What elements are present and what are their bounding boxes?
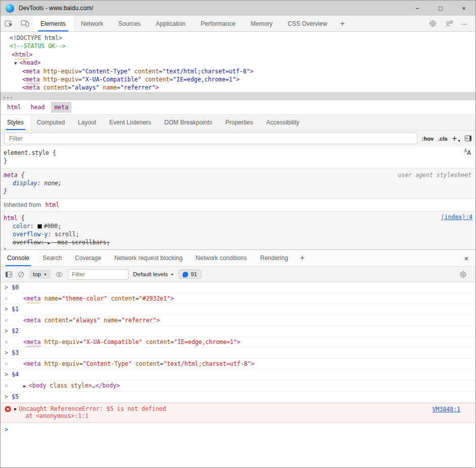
- error-source-link[interactable]: VM3848:1: [432, 406, 460, 413]
- error-message: Uncaught ReferenceError: $5 is not defin…: [19, 405, 166, 420]
- tab-network-request-blocking[interactable]: Network request blocking: [108, 250, 189, 266]
- tab-accessibility[interactable]: Accessibility: [259, 115, 306, 130]
- console-sidebar-icon[interactable]: [5, 271, 13, 278]
- meta-rule-display-property[interactable]: display: none;: [4, 179, 472, 187]
- window-controls: − □ ×: [406, 1, 475, 16]
- console-input-row[interactable]: >$2: [1, 326, 475, 337]
- window-title: DevTools - www.baidu.com/: [19, 5, 93, 12]
- meta-referrer-line[interactable]: <meta content="always" name="referrer">: [1, 83, 475, 92]
- tab-dom-breakpoints[interactable]: DOM Breakpoints: [158, 115, 219, 130]
- breadcrumb-html[interactable]: html: [4, 102, 24, 113]
- tab-sources[interactable]: Sources: [111, 16, 148, 31]
- font-size-icon[interactable]: AA: [464, 149, 471, 156]
- element-style-selector[interactable]: element.style {: [4, 149, 472, 157]
- console-toolbar: top▼ Default levels▼ 91: [1, 267, 475, 282]
- toggle-sidebar-panel-icon[interactable]: [464, 135, 472, 142]
- tab-console[interactable]: Console: [1, 250, 36, 266]
- tab-network[interactable]: Network: [73, 16, 111, 31]
- settings-gear-icon[interactable]: [424, 20, 441, 27]
- more-tabs-button[interactable]: +: [335, 16, 350, 31]
- console-output-row[interactable]: <<meta name="theme-color" content="#2932…: [1, 293, 475, 305]
- element-style-close: }: [4, 157, 472, 165]
- tab-elements[interactable]: Elements: [33, 16, 73, 31]
- console-prompt-row[interactable]: >: [1, 423, 475, 435]
- edge-logo-icon: [6, 4, 14, 13]
- html-rule-overflow-y-property[interactable]: overflow-y: scroll;: [4, 230, 472, 238]
- breadcrumb-head[interactable]: head: [28, 102, 48, 113]
- meta-x-ua-line[interactable]: <meta http-equiv="X-UA-Compatible" conte…: [1, 75, 475, 83]
- console-messages: >$0 <<meta name="theme-color" content="#…: [1, 282, 475, 467]
- tab-memory[interactable]: Memory: [243, 16, 280, 31]
- console-input-row[interactable]: >$4: [1, 369, 475, 380]
- styles-pane: AA element.style { } user agent styleshe…: [1, 146, 475, 249]
- close-button[interactable]: ×: [452, 1, 475, 16]
- tab-application[interactable]: Application: [148, 16, 193, 31]
- prompt-chevron: >: [5, 426, 8, 433]
- meta-theme-color-line-selected[interactable]: ... <meta name="theme-color" content="#2…: [1, 92, 475, 100]
- console-error-row[interactable]: ▶ Uncaught ReferenceError: $5 is not def…: [1, 403, 475, 423]
- more-options-icon[interactable]: ⋯: [457, 20, 472, 28]
- styles-filter-input[interactable]: [4, 133, 417, 144]
- meta-user-agent-rule[interactable]: user agent stylesheet meta { display: no…: [1, 168, 475, 199]
- tab-styles[interactable]: Styles: [1, 115, 30, 130]
- tab-coverage[interactable]: Coverage: [68, 250, 108, 266]
- console-input-row[interactable]: >$3: [1, 348, 475, 359]
- toolbar-right-icons: ⋯: [424, 16, 475, 31]
- feedback-people-icon[interactable]: [441, 20, 457, 27]
- inspect-element-icon[interactable]: [1, 16, 17, 31]
- stylesheet-origin-label: user agent stylesheet: [398, 172, 471, 179]
- tab-event-listeners[interactable]: Event Listeners: [103, 115, 158, 130]
- window-titlebar: DevTools - www.baidu.com/ − □ ×: [1, 1, 475, 16]
- close-drawer-icon[interactable]: ×: [457, 250, 475, 266]
- meta-rule-close: }: [4, 187, 472, 195]
- html-rule[interactable]: (index):4 html { color: #000; overflow-y…: [1, 211, 475, 249]
- toggle-pseudo-state-button[interactable]: :hov: [422, 136, 434, 142]
- device-toolbar-icon[interactable]: [17, 16, 33, 31]
- comment-line[interactable]: <!--STATUS OK-->: [1, 42, 475, 50]
- meta-content-type-line[interactable]: <meta http-equiv="Content-Type" content=…: [1, 67, 475, 75]
- stylesheet-source-link[interactable]: (index):4: [441, 214, 472, 221]
- console-output-row[interactable]: <<meta http-equiv="Content-Type" content…: [1, 359, 475, 370]
- inherited-from-target-link[interactable]: html: [45, 201, 59, 208]
- console-input-row[interactable]: >$1: [1, 304, 475, 315]
- row-overflow-dots[interactable]: ...: [3, 92, 13, 100]
- html-rule-close: }: [4, 247, 472, 249]
- tab-css-overview[interactable]: CSS Overview: [280, 16, 335, 31]
- doctype-line[interactable]: <!DOCTYPE html>: [1, 34, 475, 42]
- minimize-button[interactable]: −: [406, 1, 429, 16]
- tab-performance[interactable]: Performance: [193, 16, 243, 31]
- tab-network-conditions[interactable]: Network conditions: [189, 250, 253, 266]
- new-style-rule-button[interactable]: +: [452, 134, 460, 143]
- html-open-tag-line[interactable]: <html>: [1, 51, 475, 59]
- styles-filter-bar: :hov .cls +: [1, 130, 475, 146]
- log-levels-dropdown[interactable]: Default levels▼: [133, 271, 174, 277]
- maximize-button[interactable]: □: [429, 1, 452, 16]
- more-drawer-tabs-button[interactable]: +: [295, 250, 310, 266]
- head-open-tag-line[interactable]: ▼ <head>: [1, 59, 475, 67]
- html-rule-overflow-property-overridden[interactable]: overflow: ▶ -moz-scrollbars;: [4, 238, 472, 247]
- console-output-row[interactable]: <▶ <body class style>…</body>: [1, 380, 475, 392]
- tab-layout[interactable]: Layout: [71, 115, 103, 130]
- issues-count-badge[interactable]: 91: [179, 270, 201, 279]
- toggle-element-classes-button[interactable]: .cls: [438, 136, 447, 142]
- clear-console-icon[interactable]: [17, 271, 25, 278]
- console-output-row[interactable]: <<meta content="always" name="referrer">: [1, 315, 475, 326]
- console-output-row[interactable]: <<meta http-equiv="X-UA-Compatible" cont…: [1, 337, 475, 348]
- element-style-rule[interactable]: AA element.style { }: [1, 146, 475, 168]
- html-rule-color-property[interactable]: color: #000;: [4, 222, 472, 230]
- tab-properties[interactable]: Properties: [219, 115, 260, 130]
- frame-context-dropdown[interactable]: top▼: [29, 270, 51, 279]
- console-input-row[interactable]: >$0: [1, 282, 475, 293]
- tab-rendering[interactable]: Rendering: [253, 250, 294, 266]
- live-expression-eye-icon[interactable]: [55, 272, 63, 277]
- breadcrumb-meta[interactable]: meta: [51, 102, 71, 113]
- console-input-row[interactable]: >$5: [1, 392, 475, 403]
- tab-search[interactable]: Search: [36, 250, 68, 266]
- inherited-from-header: Inherited from html: [1, 199, 475, 211]
- console-filter-input[interactable]: [68, 269, 128, 280]
- inherited-from-label: Inherited from: [4, 201, 41, 208]
- error-expand-arrow[interactable]: ▶: [14, 405, 17, 420]
- html-rule-selector[interactable]: html {: [4, 214, 472, 222]
- console-settings-gear-icon[interactable]: [455, 271, 471, 278]
- tab-computed[interactable]: Computed: [30, 115, 71, 130]
